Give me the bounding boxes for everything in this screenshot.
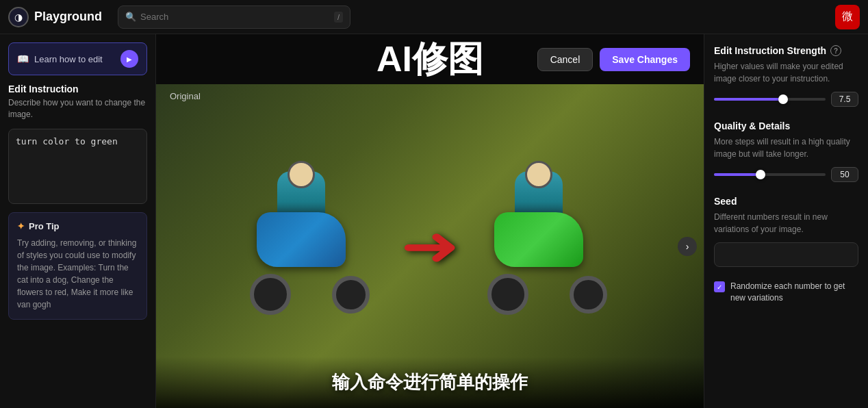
edit-instruction-desc: Describe how you want to change the imag…	[8, 97, 147, 120]
cancel-button[interactable]: Cancel	[537, 48, 593, 71]
seed-input[interactable]	[714, 242, 858, 267]
quality-title: Quality & Details	[714, 120, 858, 131]
strength-section: Edit Instruction Strength ? Higher value…	[714, 45, 858, 107]
seed-section: Seed Different numbers result in new var…	[714, 196, 858, 267]
topnav: ◑ Playground 🔍 / 微	[0, 0, 868, 34]
quality-value: 50	[831, 167, 858, 182]
moto-body-blue	[257, 212, 346, 267]
strength-slider-fill	[714, 98, 783, 101]
quality-slider-thumb[interactable]	[756, 170, 765, 179]
avatar[interactable]: 微	[835, 5, 860, 29]
overlay-text: 输入命令进行简单的操作	[170, 370, 690, 394]
left-sidebar: 📖 Learn how to edit ▶ Edit Instruction D…	[0, 34, 156, 408]
learn-label: Learn how to edit	[34, 54, 103, 64]
strength-desc: Higher values will make your edited imag…	[714, 60, 858, 85]
randomize-label: Randomize each number to get new variati…	[730, 281, 858, 304]
book-icon: 📖	[17, 53, 29, 64]
randomize-row: ✓ Randomize each number to get new varia…	[714, 281, 858, 304]
search-input[interactable]	[140, 12, 330, 22]
image-viewer: Original ➜	[156, 84, 704, 408]
search-bar[interactable]: 🔍 /	[118, 5, 350, 29]
next-button[interactable]: ›	[678, 237, 697, 256]
play-icon: ▶	[127, 55, 132, 63]
strength-slider-track[interactable]	[714, 98, 826, 101]
main-layout: 📖 Learn how to edit ▶ Edit Instruction D…	[0, 34, 868, 408]
moto-body-green	[494, 212, 583, 267]
seed-title: Seed	[714, 196, 858, 207]
strength-slider-thumb[interactable]	[778, 94, 788, 104]
play-button[interactable]: ▶	[120, 50, 138, 68]
pro-tip-text: Try adding, removing, or thinking of sty…	[17, 237, 138, 311]
strength-info-icon[interactable]: ?	[830, 45, 841, 56]
quality-section: Quality & Details More steps will result…	[714, 120, 858, 182]
quality-slider-fill	[714, 173, 761, 176]
pro-tip-title: ✦ Pro Tip	[17, 221, 138, 231]
red-arrow-icon: ➜	[400, 214, 459, 278]
original-label: Original	[170, 91, 201, 101]
logo-area: ◑ Playground	[8, 7, 111, 27]
pro-tip-label: Pro Tip	[29, 221, 60, 231]
wheel-back-left	[250, 274, 291, 315]
wheel-back-right	[487, 274, 528, 315]
right-sidebar: Edit Instruction Strength ? Higher value…	[704, 34, 868, 408]
moto-scene: ➜ 输入命令进行简单的操作	[156, 84, 704, 408]
arrow-container: ➜	[407, 214, 453, 278]
edit-instruction-title: Edit Instruction	[8, 84, 147, 94]
rider-head-left	[288, 161, 315, 188]
save-button[interactable]: Save Changes	[600, 48, 690, 71]
randomize-checkbox[interactable]: ✓	[714, 281, 725, 292]
seed-desc: Different numbers result in new variatio…	[714, 211, 858, 235]
quality-slider-container: 50	[714, 167, 858, 182]
app-title: Playground	[34, 10, 102, 24]
logo-icon: ◑	[8, 7, 29, 27]
instruction-input[interactable]: turn color to green	[8, 129, 147, 204]
tip-star-icon: ✦	[17, 221, 25, 231]
bottom-overlay: 输入命令进行简单的操作	[156, 357, 704, 408]
pro-tip-box: ✦ Pro Tip Try adding, removing, or think…	[8, 212, 147, 320]
rider-head-right	[525, 161, 552, 188]
edit-instruction-section: Edit Instruction Describe how you want t…	[8, 84, 147, 120]
center-content: AI修图 Cancel Save Changes Original	[156, 34, 704, 408]
quality-slider-track[interactable]	[714, 173, 826, 176]
wheel-front-right	[570, 276, 607, 314]
moto-left	[243, 171, 380, 322]
quality-desc: More steps will result in a high quality…	[714, 136, 858, 160]
search-icon: 🔍	[125, 12, 136, 22]
strength-value: 7.5	[831, 92, 858, 107]
action-buttons: Cancel Save Changes	[537, 48, 690, 71]
learn-button[interactable]: 📖 Learn how to edit ▶	[8, 42, 147, 75]
strength-slider-container: 7.5	[714, 92, 858, 107]
wheel-front-left	[332, 276, 370, 314]
search-shortcut: /	[334, 12, 343, 23]
center-header: AI修图 Cancel Save Changes	[156, 34, 704, 84]
moto-right	[481, 171, 617, 322]
strength-title: Edit Instruction Strength ?	[714, 45, 858, 56]
